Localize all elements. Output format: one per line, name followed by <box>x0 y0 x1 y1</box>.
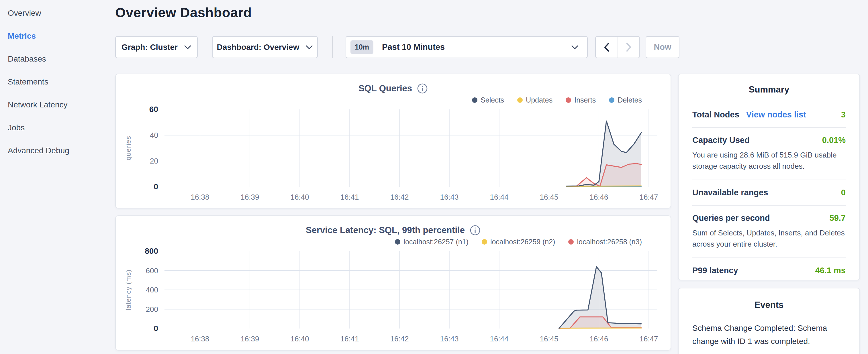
summary-row-label: Total Nodes <box>692 110 739 120</box>
legend-dot <box>609 97 614 103</box>
chevron-down-icon <box>184 45 191 50</box>
sidebar-item-advanced-debug[interactable]: Advanced Debug <box>0 139 109 162</box>
summary-row-label: Queries per second <box>692 213 770 223</box>
chart-title: SQL Queries <box>359 83 412 94</box>
legend-label: localhost:26257 (n1) <box>403 238 468 246</box>
summary-row-subtext: Sum of Selects, Updates, Inserts, and De… <box>692 227 846 250</box>
controls-divider <box>332 36 333 58</box>
graph-dropdown-label: Graph: Cluster <box>122 43 178 52</box>
summary-row-label: Capacity Used <box>692 135 750 145</box>
time-range-dropdown[interactable]: 10m Past 10 Minutes <box>346 36 588 58</box>
svg-text:16:40: 16:40 <box>290 193 309 201</box>
now-button[interactable]: Now <box>646 36 679 58</box>
time-range-badge: 10m <box>350 40 373 54</box>
legend-item: Inserts <box>566 96 596 104</box>
summary-row: Queries per second59.7Sum of Selects, Up… <box>692 205 846 257</box>
legend-dot <box>568 239 574 245</box>
sidebar-item-databases[interactable]: Databases <box>0 47 109 70</box>
sidebar-nav-list: OverviewMetricsDatabasesStatementsNetwor… <box>0 2 109 162</box>
summary-row-value: 3 <box>841 110 846 120</box>
svg-text:16:38: 16:38 <box>191 193 209 201</box>
chevron-down-icon <box>306 45 313 50</box>
sidebar-item-overview[interactable]: Overview <box>0 2 109 25</box>
chart-header: Service Latency: SQL, 99th percentile <box>116 224 671 236</box>
legend-dot <box>472 97 477 103</box>
svg-text:40: 40 <box>150 131 158 139</box>
legend-item: Selects <box>472 96 504 104</box>
svg-text:16:42: 16:42 <box>390 193 409 201</box>
legend-item: localhost:26257 (n1) <box>395 238 468 246</box>
svg-text:16:45: 16:45 <box>539 334 558 343</box>
events-title: Events <box>692 300 846 310</box>
service-latency-chart-card: Service Latency: SQL, 99th percentile lo… <box>115 215 671 351</box>
legend-dot <box>482 239 487 245</box>
svg-text:16:43: 16:43 <box>440 193 459 201</box>
summary-rows: Total NodesView nodes list3Capacity Used… <box>692 102 846 283</box>
sql-queries-chart-card: SQL Queries SelectsUpdatesInsertsDeletes… <box>115 74 671 208</box>
event-timestamp: May 13, 2020 at 4:45 PM <box>692 352 846 354</box>
svg-text:16:46: 16:46 <box>589 334 608 343</box>
sidebar-item-statements[interactable]: Statements <box>0 70 109 93</box>
dashboard-dropdown-label: Dashboard: Overview <box>217 43 300 52</box>
chart-legend: SelectsUpdatesInsertsDeletes <box>116 95 671 104</box>
info-icon[interactable] <box>417 83 428 94</box>
events-panel: Events Schema Change Completed: Schema c… <box>678 288 860 354</box>
event-text: Schema Change Completed: Schema change w… <box>692 322 846 348</box>
svg-text:16:38: 16:38 <box>191 334 209 343</box>
info-icon[interactable] <box>470 225 480 236</box>
legend-dot <box>566 97 571 103</box>
summary-row: Total NodesView nodes list3 <box>692 102 846 127</box>
dashboard-dropdown[interactable]: Dashboard: Overview <box>212 36 318 58</box>
app-root: OverviewMetricsDatabasesStatementsNetwor… <box>0 0 868 354</box>
legend-label: localhost:26259 (n2) <box>490 238 555 246</box>
sidebar-item-metrics[interactable]: Metrics <box>0 25 109 47</box>
legend-item: Updates <box>517 96 553 104</box>
main-content: Overview Dashboard Graph: Cluster Dashbo… <box>115 0 671 354</box>
legend-label: Deletes <box>618 96 642 104</box>
chart-plot[interactable]: 16:3816:3916:4016:4116:4216:4316:4416:45… <box>116 246 672 349</box>
time-next-button[interactable] <box>618 37 639 58</box>
svg-text:16:47: 16:47 <box>639 193 658 201</box>
sidebar-item-network-latency[interactable]: Network Latency <box>0 93 109 116</box>
chevron-left-icon <box>604 43 610 52</box>
svg-text:16:39: 16:39 <box>241 334 259 343</box>
legend-dot <box>517 97 523 103</box>
summary-row-value: 59.7 <box>830 213 846 223</box>
view-nodes-link[interactable]: View nodes list <box>746 110 806 120</box>
controls-bar: Graph: Cluster Dashboard: Overview 10m P… <box>115 36 679 58</box>
events-list: Schema Change Completed: Schema change w… <box>692 322 846 354</box>
svg-text:20: 20 <box>150 157 158 165</box>
svg-text:queries: queries <box>124 136 132 160</box>
chart-title: Service Latency: SQL, 99th percentile <box>306 225 465 235</box>
chevron-down-icon <box>571 45 579 50</box>
svg-text:latency (ms): latency (ms) <box>124 269 132 311</box>
event-item: Schema Change Completed: Schema change w… <box>692 322 846 354</box>
chart-plot[interactable]: 16:3816:3916:4016:4116:4216:4316:4416:45… <box>116 104 672 207</box>
legend-label: localhost:26258 (n3) <box>577 238 642 246</box>
svg-text:16:47: 16:47 <box>639 334 658 343</box>
summary-row-value: 46.1 ms <box>815 266 846 275</box>
chevron-right-icon <box>626 43 631 52</box>
legend-item: localhost:26259 (n2) <box>482 238 555 246</box>
time-range-label: Past 10 Minutes <box>382 42 445 52</box>
legend-item: localhost:26258 (n3) <box>568 238 642 246</box>
time-prev-button[interactable] <box>596 37 618 58</box>
svg-text:800: 800 <box>145 247 158 255</box>
legend-dot <box>395 239 400 245</box>
summary-row: P99 latency46.1 ms <box>692 257 846 283</box>
sidebar-item-jobs[interactable]: Jobs <box>0 116 109 139</box>
svg-text:200: 200 <box>146 305 158 314</box>
svg-text:60: 60 <box>149 105 158 114</box>
summary-row: Capacity Used0.01%You are using 28.6 MiB… <box>692 127 846 180</box>
summary-row: Unavailable ranges0 <box>692 180 846 205</box>
svg-text:16:46: 16:46 <box>589 193 608 201</box>
chart-legend: localhost:26257 (n1)localhost:26259 (n2)… <box>116 237 671 246</box>
summary-title: Summary <box>692 85 846 95</box>
svg-text:16:41: 16:41 <box>340 193 359 201</box>
svg-text:0: 0 <box>154 182 158 191</box>
svg-text:0: 0 <box>154 324 158 333</box>
graph-dropdown[interactable]: Graph: Cluster <box>115 36 198 58</box>
time-pager <box>595 36 640 58</box>
svg-text:16:44: 16:44 <box>490 334 508 343</box>
page-title: Overview Dashboard <box>115 0 671 20</box>
